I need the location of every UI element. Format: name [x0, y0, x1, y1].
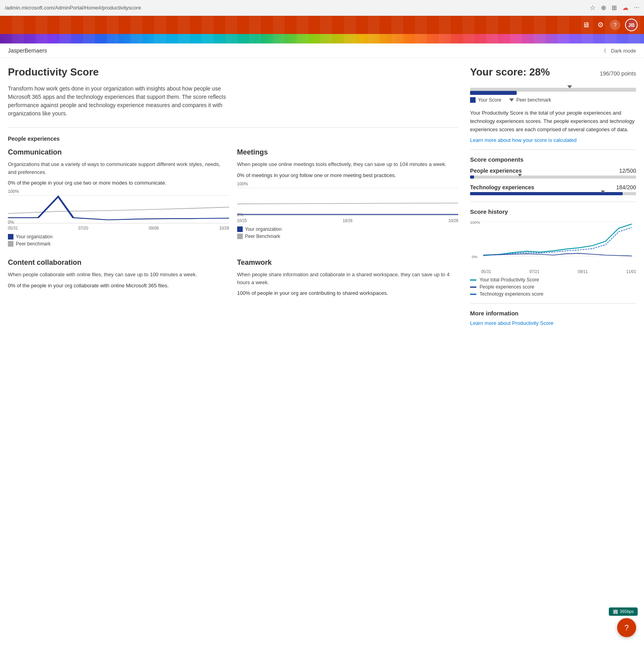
score-legend: Your Score Peer benchmark — [470, 97, 636, 103]
teamwork-description: When people share information and collab… — [237, 271, 459, 286]
meetings-svg — [237, 187, 459, 217]
meet-org-legend-label: Your organization — [245, 226, 282, 232]
comm-x-2: 09/08 — [149, 226, 159, 230]
star-icon[interactable]: ☆ — [590, 4, 595, 11]
meet-chart-bottom-label: 0% — [237, 212, 244, 217]
history-x-3: 11/01 — [626, 270, 636, 274]
comm-x-0: 05/31 — [8, 226, 18, 230]
score-legend-your: Your Score — [470, 97, 501, 103]
page-title: Productivity Score — [8, 66, 458, 78]
comm-chart-top-label: 100% — [8, 189, 229, 194]
score-bar-fill — [470, 91, 517, 95]
svg-text:0%: 0% — [472, 255, 478, 259]
history-legend: Your total Productivity Score People exp… — [470, 277, 636, 297]
section-divider — [8, 127, 458, 128]
svg-text:100%: 100% — [470, 220, 480, 224]
teamwork-stat: 100% of people in your org are contribut… — [237, 290, 459, 296]
history-legend-people: People experiences score — [470, 284, 636, 290]
meet-x-labels: 10/25 10/26 10/28 — [237, 219, 459, 223]
people-exp-name: People experiences — [470, 168, 522, 174]
history-svg: 100% 0% — [470, 220, 636, 267]
browser-url: /admin.microsoft.com/AdminPortal/Home#/p… — [5, 5, 141, 11]
score-points: 196/700 points — [600, 70, 636, 77]
content-collab-stat: 0% of the people in your org collaborate… — [8, 283, 229, 289]
peer-benchmark-legend-label: Peer benchmark — [516, 97, 551, 103]
tech-exp-header: Technology experiences 184/200 — [470, 184, 636, 190]
people-exp-row: People experiences 12/500 — [470, 168, 636, 179]
history-x-labels: 05/31 07/21 09/11 11/01 — [470, 270, 636, 274]
meet-x-0: 10/25 — [237, 219, 247, 223]
content-collab-card: Content collaboration When people collab… — [8, 258, 229, 303]
tech-score-legend-line — [470, 294, 476, 295]
meet-legend-org: Your organization — [237, 226, 459, 232]
tech-exp-bar — [470, 192, 636, 195]
tech-exp-fill — [470, 192, 623, 195]
meet-peer-legend-label: Peer Benchmark — [245, 234, 280, 239]
people-score-legend-label: People experiences score — [480, 284, 534, 290]
dark-mode-toggle[interactable]: ☾ Dark mode — [604, 48, 636, 54]
score-legend-peer: Peer benchmark — [509, 97, 551, 103]
screenshot-icon[interactable]: ⊞ — [612, 4, 617, 11]
more-info-link[interactable]: Learn more about Productivity Score — [470, 320, 553, 326]
your-score-legend-box — [470, 97, 476, 103]
history-title: Score history — [470, 208, 636, 215]
people-exp-bar — [470, 175, 636, 179]
tech-exp-name: Technology experiences — [470, 184, 534, 190]
more-icon[interactable]: ··· — [634, 4, 639, 11]
history-chart-area: 100% 0% — [470, 220, 636, 267]
tech-exp-marker — [601, 190, 605, 193]
communication-chart: 100% 0% 05/31 07/20 — [8, 189, 229, 232]
people-exp-fill — [470, 175, 474, 179]
comm-peer-legend-box — [8, 241, 13, 247]
people-exp-score: 12/500 — [619, 168, 636, 174]
meet-x-1: 10/26 — [343, 219, 353, 223]
score-title: Your score: 28% — [470, 66, 550, 78]
comm-x-3: 10/28 — [219, 226, 229, 230]
comm-org-legend-box — [8, 234, 13, 240]
moon-icon: ☾ — [604, 48, 608, 54]
components-title: Score components — [470, 156, 636, 163]
right-divider-1 — [470, 149, 636, 150]
section-label: People experiences — [8, 136, 458, 142]
communication-description: Organizations that use a variety of ways… — [8, 160, 229, 176]
page-description: Transform how work gets done in your org… — [8, 85, 229, 118]
tech-exp-score: 184/200 — [616, 184, 636, 190]
dark-mode-label: Dark mode — [611, 48, 636, 54]
right-panel: Your score: 28% 196/700 points Your Scor… — [470, 66, 636, 326]
color-banner: 🖥 ⚙ ? JB — [0, 16, 644, 43]
people-exp-marker — [518, 174, 522, 177]
score-bar-container — [470, 85, 636, 92]
score-header: Your score: 28% 196/700 points — [470, 66, 636, 78]
comm-x-1: 07/20 — [78, 226, 88, 230]
meetings-title: Meetings — [237, 148, 459, 157]
history-legend-total: Your total Productivity Score — [470, 277, 636, 283]
right-divider-3 — [470, 303, 636, 304]
score-learn-more-link[interactable]: Learn more about how your score is calcu… — [470, 137, 577, 143]
communication-card: Communication Organizations that use a v… — [8, 148, 229, 251]
comm-legend-org: Your organization — [8, 234, 229, 240]
meetings-card: Meetings When people use online meetings… — [237, 148, 459, 251]
score-bar-bg — [470, 88, 636, 92]
tech-score-legend-label: Technology experiences score — [480, 291, 543, 297]
comm-peer-legend-label: Peer benchmark — [16, 241, 51, 247]
meet-x-2: 10/28 — [448, 219, 458, 223]
history-legend-tech: Technology experiences score — [470, 291, 636, 297]
cloud-icon[interactable]: ☁ — [622, 4, 629, 11]
score-description: Your Productivity Score is the total of … — [470, 109, 636, 134]
bookmark-icon[interactable]: ⊕ — [601, 4, 606, 11]
people-score-legend-line — [470, 287, 476, 288]
teamwork-title: Teamwork — [237, 258, 459, 267]
communication-title: Communication — [8, 148, 229, 157]
your-score-legend-label: Your Score — [478, 97, 501, 103]
main-content: Productivity Score Transform how work ge… — [0, 58, 644, 334]
peer-benchmark-legend-triangle — [509, 98, 514, 102]
total-score-legend-line — [470, 279, 476, 281]
svg-line-3 — [237, 203, 459, 204]
people-exp-header: People experiences 12/500 — [470, 168, 636, 174]
browser-bar: /admin.microsoft.com/AdminPortal/Home#/p… — [0, 0, 644, 16]
right-divider-2 — [470, 202, 636, 202]
meet-org-legend-box — [237, 226, 243, 232]
total-score-legend-label: Your total Productivity Score — [480, 277, 539, 283]
comm-legend-peer: Peer benchmark — [8, 241, 229, 247]
meetings-description: When people use online meetings tools ef… — [237, 160, 459, 168]
